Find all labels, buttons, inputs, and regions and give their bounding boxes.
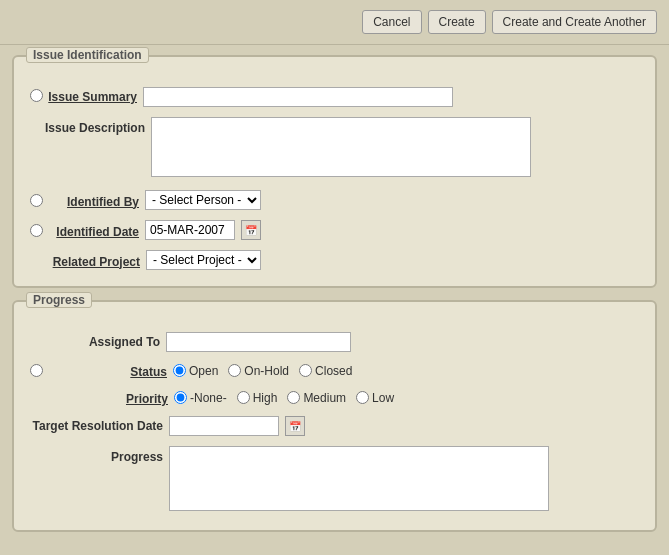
related-project-group: Related Project - Select Project - [30,250,639,270]
progress-textarea-group: Progress [30,446,639,514]
status-group: Status Open On-Hold Closed [30,362,639,379]
issue-description-group: Issue Description [30,117,639,180]
issue-description-input[interactable] [151,117,531,177]
priority-group: Priority -None- High Medium Low [30,389,639,406]
target-resolution-input[interactable] [169,416,279,436]
related-project-label: Related Project [50,252,140,269]
status-onhold-label: On-Hold [244,364,289,378]
target-resolution-label: Target Resolution Date [30,416,163,433]
status-label: Status [49,362,167,379]
priority-none-option: -None- [174,391,227,405]
priority-options: -None- High Medium Low [174,391,394,405]
issue-summary-group: Issue Summary [30,87,639,107]
progress-section-title: Progress [26,292,92,308]
assigned-to-group: Assigned To [30,332,639,352]
priority-high-radio[interactable] [237,391,250,404]
cancel-button[interactable]: Cancel [362,10,421,34]
progress-section: Progress Assigned To Status Open On-Hold [12,300,657,532]
status-open-option: Open [173,364,218,378]
status-options: Open On-Hold Closed [173,364,352,378]
identified-date-label: Identified Date [49,222,139,239]
identified-date-radio[interactable] [30,224,43,237]
identified-date-calendar-button[interactable]: 📅 [241,220,261,240]
issue-summary-radio[interactable] [30,89,43,102]
issue-identification-section: Issue Identification Issue Summary Issue… [12,55,657,288]
related-project-select[interactable]: - Select Project - [146,250,261,270]
identified-date-input[interactable] [145,220,235,240]
calendar-icon-2: 📅 [289,421,301,432]
progress-scroll [169,446,549,514]
progress-textarea[interactable] [169,446,549,511]
issue-description-scroll [151,117,531,180]
progress-label: Progress [30,446,163,464]
issue-summary-label: Issue Summary [47,87,137,104]
assigned-to-input[interactable] [166,332,351,352]
status-closed-option: Closed [299,364,352,378]
identified-by-radio[interactable] [30,194,43,207]
identified-by-group: Identified By - Select Person - [30,190,639,210]
top-toolbar: Cancel Create Create and Create Another [0,0,669,45]
status-open-label: Open [189,364,218,378]
identified-by-select[interactable]: - Select Person - [145,190,261,210]
calendar-icon: 📅 [245,225,257,236]
priority-low-radio[interactable] [356,391,369,404]
priority-medium-label: Medium [303,391,346,405]
priority-none-label: -None- [190,391,227,405]
priority-medium-radio[interactable] [287,391,300,404]
issue-summary-input[interactable] [143,87,453,107]
create-another-button[interactable]: Create and Create Another [492,10,657,34]
status-radio[interactable] [30,364,43,377]
priority-label: Priority [50,389,168,406]
priority-none-radio[interactable] [174,391,187,404]
identified-by-label: Identified By [49,192,139,209]
issue-section-title: Issue Identification [26,47,149,63]
target-resolution-calendar-button[interactable]: 📅 [285,416,305,436]
priority-high-option: High [237,391,278,405]
identified-date-group: Identified Date 📅 [30,220,639,240]
priority-high-label: High [253,391,278,405]
create-button[interactable]: Create [428,10,486,34]
issue-description-label: Issue Description [30,117,145,135]
target-resolution-group: Target Resolution Date 📅 [30,416,639,436]
main-content: Issue Identification Issue Summary Issue… [0,45,669,542]
status-open-radio[interactable] [173,364,186,377]
status-onhold-option: On-Hold [228,364,289,378]
status-closed-radio[interactable] [299,364,312,377]
status-closed-label: Closed [315,364,352,378]
priority-medium-option: Medium [287,391,346,405]
priority-low-label: Low [372,391,394,405]
status-onhold-radio[interactable] [228,364,241,377]
priority-low-option: Low [356,391,394,405]
assigned-to-label: Assigned To [30,332,160,349]
